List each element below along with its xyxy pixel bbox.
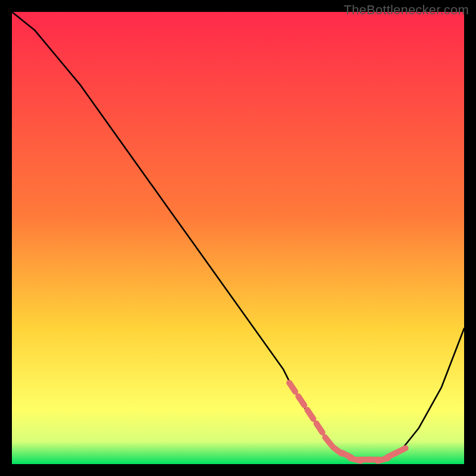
plot-background [12,12,464,464]
watermark-text: TheBottlenecker.com [344,2,469,18]
bottleneck-plot [0,0,476,476]
chart-container: TheBottlenecker.com [0,0,476,476]
